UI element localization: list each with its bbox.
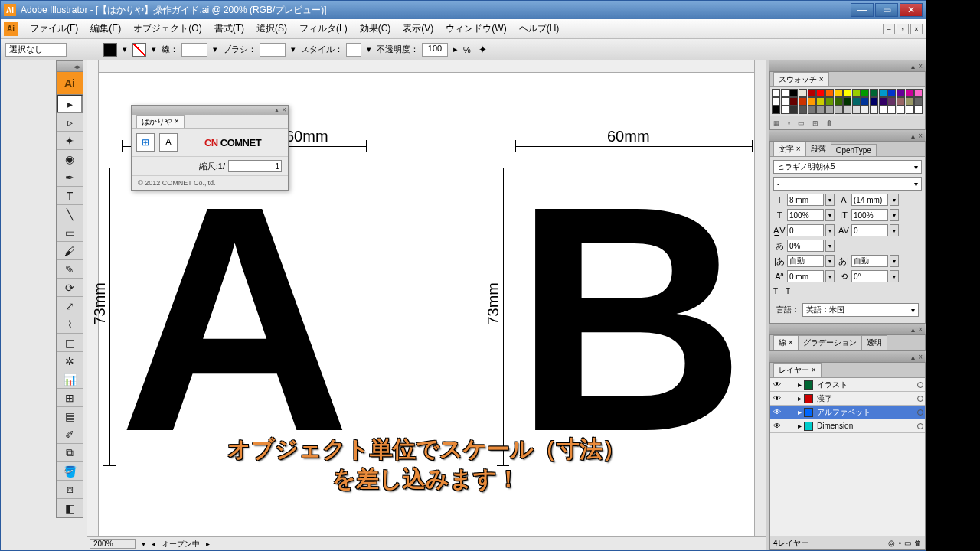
swatch-folder-icon[interactable]: ▭ bbox=[798, 119, 805, 127]
swatch-color[interactable] bbox=[772, 106, 780, 114]
gradient-tool[interactable]: ▤ bbox=[57, 407, 83, 425]
expand-icon[interactable]: ▸ bbox=[798, 394, 802, 403]
swatch-color[interactable] bbox=[906, 89, 914, 97]
leading-input[interactable]: (14 mm) bbox=[851, 194, 888, 206]
swatch-color[interactable] bbox=[914, 97, 923, 106]
swatch-color[interactable] bbox=[861, 106, 869, 114]
baseline-drop[interactable]: ▾ bbox=[825, 270, 835, 282]
menu-help[interactable]: ヘルプ(H) bbox=[513, 20, 566, 37]
stroke-tab[interactable]: 線 × bbox=[773, 335, 799, 350]
fill-dropdown[interactable]: ▾ bbox=[120, 44, 129, 54]
right-grip2[interactable]: ▴× bbox=[769, 130, 926, 141]
warp-tool[interactable]: ⌇ bbox=[57, 315, 83, 334]
swatch-new-icon[interactable]: ▫ bbox=[788, 119, 790, 127]
swatch-color[interactable] bbox=[835, 89, 843, 97]
swatch-color[interactable] bbox=[772, 97, 780, 106]
brush-input[interactable] bbox=[260, 43, 286, 57]
lasso-tool[interactable]: ◉ bbox=[57, 150, 83, 168]
layer-new-sub-icon[interactable]: ▫ bbox=[898, 539, 901, 547]
swatch-color[interactable] bbox=[861, 97, 869, 106]
visibility-icon[interactable]: 👁 bbox=[772, 408, 782, 416]
swatch-menu-icon[interactable]: ▦ bbox=[773, 119, 780, 127]
underline-button[interactable]: T bbox=[773, 287, 778, 295]
hand-prev-icon[interactable]: ◂ bbox=[152, 540, 155, 548]
menu-object[interactable]: オブジェクト(O) bbox=[127, 20, 207, 37]
layer-target-icon[interactable]: ◎ bbox=[888, 539, 895, 547]
rectangle-tool[interactable]: ▭ bbox=[57, 223, 83, 242]
tsume-drop[interactable]: ▾ bbox=[825, 240, 835, 252]
layer-target[interactable] bbox=[917, 423, 923, 429]
expand-icon[interactable]: ▸ bbox=[798, 380, 802, 389]
swatch-color[interactable] bbox=[799, 97, 807, 106]
right-grip[interactable]: ▴× bbox=[769, 60, 926, 71]
font-size-input[interactable]: 8 mm bbox=[787, 194, 824, 206]
brush-dropdown[interactable]: ▾ bbox=[289, 44, 298, 54]
swatch-color[interactable] bbox=[816, 97, 825, 106]
swatch-color[interactable] bbox=[808, 89, 816, 97]
stroke-dropdown[interactable]: ▾ bbox=[149, 44, 158, 54]
swatch-color[interactable] bbox=[808, 97, 816, 106]
paintbrush-tool[interactable]: 🖌 bbox=[57, 242, 83, 260]
zoom-dropdown[interactable]: ▾ bbox=[142, 540, 145, 548]
swatch-color[interactable] bbox=[879, 97, 887, 106]
swatch-color[interactable] bbox=[816, 89, 825, 97]
live-paint-tool[interactable]: 🪣 bbox=[57, 462, 83, 481]
pencil-tool[interactable]: ✎ bbox=[57, 260, 83, 279]
layer-target[interactable] bbox=[917, 382, 923, 388]
direct-selection-tool[interactable]: ▹ bbox=[57, 113, 83, 132]
scale-tool[interactable]: ⤢ bbox=[57, 297, 83, 315]
zoom-field[interactable]: 200% bbox=[90, 539, 136, 549]
menu-window[interactable]: ウィンドウ(W) bbox=[439, 20, 512, 37]
hscale-drop[interactable]: ▾ bbox=[825, 209, 835, 221]
vscale-drop[interactable]: ▾ bbox=[890, 209, 899, 221]
hand-next-icon[interactable]: ▸ bbox=[206, 540, 210, 548]
panel-collapse-icon[interactable]: ▴ bbox=[275, 106, 279, 115]
menu-edit[interactable]: 編集(E) bbox=[84, 20, 127, 37]
minimize-button[interactable]: — bbox=[851, 3, 874, 17]
layer-new-icon[interactable]: ▭ bbox=[904, 539, 911, 547]
hakariya-panel[interactable]: ▴× はかりや × ⊞ A CN COMNET 縮尺:1/ © 2012 COM… bbox=[131, 105, 289, 191]
swatch-color[interactable] bbox=[835, 106, 843, 114]
text-measure-button[interactable]: A bbox=[159, 133, 178, 152]
panel-grip[interactable]: ▴× bbox=[132, 106, 288, 115]
menu-file[interactable]: ファイル(F) bbox=[24, 20, 84, 37]
canvas-scrollbar-v[interactable] bbox=[754, 60, 766, 536]
toolbox-grip[interactable]: ◂▸ bbox=[57, 61, 83, 72]
aki-left-input[interactable]: 自動 bbox=[787, 255, 824, 267]
swatch-color[interactable] bbox=[843, 97, 851, 106]
swatch-color[interactable] bbox=[799, 89, 807, 97]
swatch-color[interactable] bbox=[816, 106, 825, 114]
rotate-tool[interactable]: ⟳ bbox=[57, 279, 83, 297]
rotation-drop[interactable]: ▾ bbox=[890, 270, 899, 282]
layer-delete-icon[interactable]: 🗑 bbox=[914, 539, 922, 547]
swatch-color[interactable] bbox=[870, 89, 878, 97]
swatch-color[interactable] bbox=[781, 97, 789, 106]
style-input[interactable] bbox=[346, 43, 361, 57]
swatch-color[interactable] bbox=[825, 89, 834, 97]
swatch-color[interactable] bbox=[825, 97, 834, 106]
hakariya-tab[interactable]: はかりや × bbox=[136, 115, 185, 128]
symbol-sprayer-tool[interactable]: ✲ bbox=[57, 352, 83, 370]
baseline-input[interactable]: 0 mm bbox=[787, 270, 824, 282]
vscale-input[interactable]: 100% bbox=[851, 209, 888, 221]
visibility-icon[interactable]: 👁 bbox=[772, 394, 782, 403]
leading-drop[interactable]: ▾ bbox=[890, 194, 899, 206]
transparency-tab[interactable]: 透明 bbox=[861, 335, 887, 350]
swatch-color[interactable] bbox=[879, 89, 887, 97]
swatch-color[interactable] bbox=[808, 106, 816, 114]
char-tab[interactable]: 文字 × bbox=[773, 142, 806, 156]
gradient-tab[interactable]: グラデーション bbox=[798, 335, 862, 350]
maximize-button[interactable]: ▭ bbox=[875, 3, 898, 17]
swatch-color[interactable] bbox=[789, 106, 798, 114]
menu-view[interactable]: 表示(V) bbox=[397, 20, 439, 37]
measure-button[interactable]: ⊞ bbox=[136, 133, 155, 152]
swatch-color[interactable] bbox=[781, 89, 789, 97]
visibility-icon[interactable]: 👁 bbox=[772, 422, 782, 430]
swatch-color[interactable] bbox=[835, 97, 843, 106]
scale-input[interactable] bbox=[228, 160, 282, 172]
right-grip3[interactable]: ▴× bbox=[769, 324, 926, 334]
swatch-delete-icon[interactable]: 🗑 bbox=[826, 119, 833, 127]
swatch-color[interactable] bbox=[914, 106, 923, 114]
swatch-color[interactable] bbox=[843, 106, 851, 114]
kerning-drop[interactable]: ▾ bbox=[825, 224, 835, 236]
